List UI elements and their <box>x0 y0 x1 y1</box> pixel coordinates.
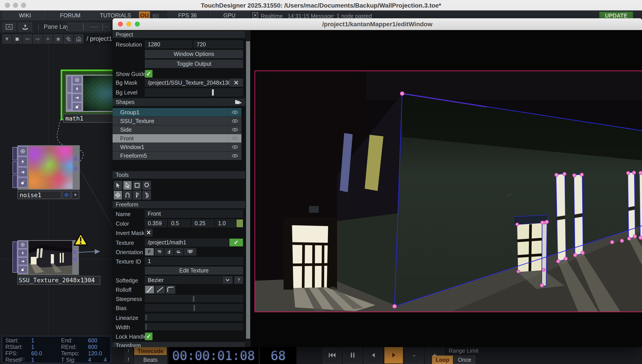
visibility-eye-icon[interactable] <box>228 117 241 125</box>
node-math1-label[interactable]: math1 <box>63 114 113 123</box>
tool-freeform-icon[interactable] <box>143 181 151 190</box>
node-noise1-label[interactable]: noise1 <box>18 191 62 199</box>
orientation-90-button[interactable]: F <box>155 248 164 256</box>
node-ssu-texture[interactable] <box>18 240 79 275</box>
network-editor[interactable]: math1 noise1 ✦ <box>0 44 113 335</box>
node-color-flag[interactable] <box>63 191 71 199</box>
visibility-eye-icon[interactable] <box>228 143 241 151</box>
tools-section-header[interactable]: Tools <box>113 171 245 179</box>
softedge-field[interactable]: Bezier <box>145 276 222 284</box>
bg-mask-clear-button[interactable]: ✕ <box>229 79 243 87</box>
bg-mask-field[interactable]: /project1/SSU_Texture_2048x1304 <box>145 79 229 87</box>
bg-level-handle[interactable] <box>212 89 214 96</box>
play-button[interactable] <box>384 346 403 364</box>
node-bypass-icon[interactable] <box>72 85 82 93</box>
shape-row-ssu-texture[interactable]: SSU_Texture <box>113 117 241 125</box>
export-icon[interactable] <box>18 22 32 32</box>
node-export-icon[interactable] <box>18 167 28 177</box>
node-export-icon[interactable] <box>18 257 28 265</box>
texture-confirm-checkbox[interactable]: ✓ <box>229 238 243 246</box>
rolloff-linear-icon[interactable] <box>155 286 165 294</box>
tsig-value1[interactable]: 4 <box>88 357 91 363</box>
shape-row-front-selected[interactable]: Front <box>113 134 241 142</box>
node-viewer-icon[interactable] <box>18 146 28 156</box>
tool-vertex-icon[interactable] <box>133 191 141 200</box>
linearize-slider[interactable] <box>145 314 243 321</box>
search-zoom-icon[interactable] <box>64 34 73 44</box>
shape-row-group1[interactable]: Group1 <box>113 108 241 116</box>
rstart-value[interactable]: 1 <box>31 344 34 350</box>
layout-split-mixed-button[interactable] <box>100 23 110 31</box>
bias-handle[interactable] <box>194 305 195 311</box>
frame-display[interactable]: 68 <box>260 346 296 364</box>
node-noise1-preview[interactable] <box>29 146 73 189</box>
softedge-help-button[interactable]: ? <box>234 276 243 284</box>
color-b-field[interactable]: 0.25 <box>192 220 214 227</box>
color-r-field[interactable]: 0.359 <box>145 220 167 227</box>
add-group-icon[interactable] <box>235 99 242 105</box>
tsig-value2[interactable]: 4 <box>104 357 107 363</box>
step-minus-button[interactable]: - <box>405 346 424 364</box>
lock-handle-checkbox[interactable]: ✓ <box>145 332 153 340</box>
orientation-270-button[interactable]: F <box>174 248 183 256</box>
texture-field[interactable]: /project1/math1 <box>145 238 229 246</box>
step-back-button[interactable] <box>364 346 383 364</box>
mapping-viewport[interactable] <box>251 30 642 347</box>
resetf-value[interactable]: 1 <box>31 357 34 363</box>
tool-anchor-icon[interactable] <box>114 191 122 200</box>
layout-split-vertical-button[interactable] <box>78 23 89 31</box>
slash-button[interactable]: / <box>124 348 132 355</box>
color-a-field[interactable]: 1.0 <box>215 220 236 227</box>
tool-select-outline-icon[interactable] <box>123 181 132 190</box>
jump-to-start-button[interactable] <box>323 346 342 364</box>
warning-icon[interactable] <box>74 233 88 246</box>
project-section-header[interactable]: Project <box>113 31 245 38</box>
node-lock-icon[interactable] <box>18 178 28 188</box>
orientation-0-button[interactable]: F <box>145 248 154 256</box>
end-value[interactable]: 600 <box>88 337 98 344</box>
chevron-down-icon[interactable]: ▼ <box>2 34 12 44</box>
linearize-handle[interactable] <box>145 315 147 320</box>
favorite-star-icon[interactable]: ★ <box>54 34 63 44</box>
insert-button[interactable]: I <box>124 356 132 363</box>
resolution-width-field[interactable]: 1280 <box>145 40 192 48</box>
steepness-slider[interactable] <box>145 295 243 302</box>
node-output-port[interactable] <box>73 250 77 255</box>
menu-tab-wiki[interactable]: WIKI <box>3 11 47 20</box>
color-swatch[interactable] <box>237 220 243 227</box>
width-handle[interactable] <box>145 324 147 330</box>
back-arrow-icon[interactable]: ⇦ <box>23 34 32 44</box>
node-viewer-icon[interactable] <box>72 76 82 84</box>
once-button[interactable]: Once <box>454 356 475 364</box>
layout-single-button[interactable] <box>67 23 78 31</box>
edit-texture-button[interactable]: Edit Texture <box>145 267 243 274</box>
tempo-value[interactable]: 120.0 <box>88 350 102 357</box>
scrollbar-thumb[interactable] <box>246 41 250 338</box>
node-viewer-icon[interactable] <box>18 241 28 248</box>
node-output-port[interactable] <box>73 257 77 262</box>
forward-arrow-icon[interactable]: ⇨ <box>33 34 42 44</box>
shape-row-freeform5[interactable]: Freeform5 <box>113 152 241 160</box>
node-math1[interactable] <box>66 75 113 112</box>
node-lock-icon[interactable] <box>18 266 28 273</box>
tool-curve-icon[interactable] <box>143 191 151 200</box>
menu-tab-forum[interactable]: FORUM <box>48 11 92 20</box>
node-lock-icon[interactable] <box>72 102 82 111</box>
add-icon[interactable]: + <box>43 34 53 44</box>
freeform-section-header[interactable]: Freeform <box>113 201 245 208</box>
pause-button[interactable] <box>343 346 362 364</box>
show-guides-checkbox[interactable]: ✓ <box>145 70 153 78</box>
realtime-checkbox[interactable]: ✕ <box>252 12 258 18</box>
home-icon[interactable] <box>74 34 83 44</box>
visibility-eye-icon[interactable] <box>228 134 241 142</box>
node-bypass-icon[interactable] <box>18 156 28 167</box>
beats-mode-button[interactable]: Beats <box>134 356 167 364</box>
shape-row-window1[interactable]: WIndow1 <box>113 143 241 151</box>
resolution-height-field[interactable]: 720 <box>194 40 243 48</box>
node-comment-star-icon[interactable]: ✦ <box>71 191 79 199</box>
node-math1-preview[interactable] <box>83 76 113 111</box>
window-titlebar[interactable]: /project1/kantanMapper1/editWindow <box>113 18 642 30</box>
width-slider[interactable] <box>145 323 243 330</box>
visibility-eye-icon[interactable] <box>228 152 241 160</box>
invert-mask-checkbox[interactable]: ✕ <box>145 229 153 236</box>
